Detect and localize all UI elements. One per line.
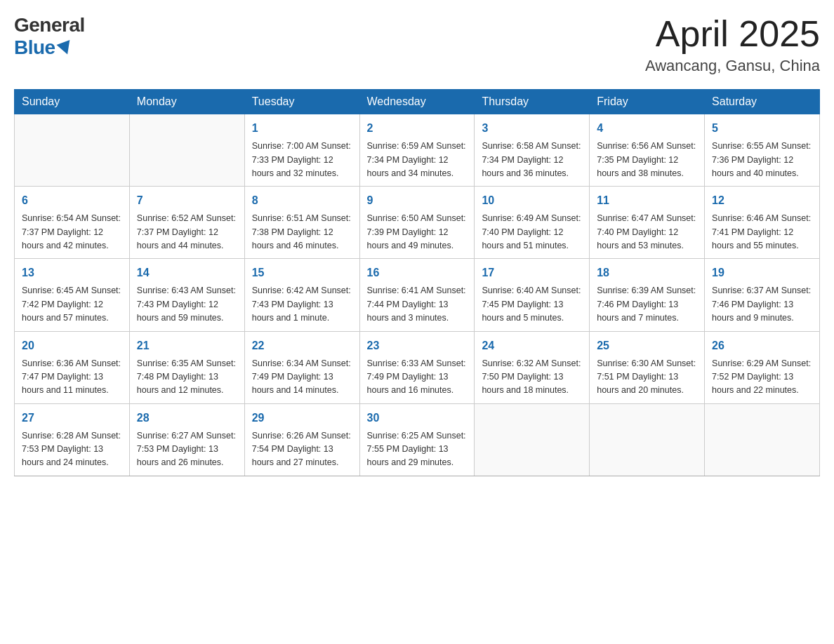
day-number: 30 xyxy=(367,410,468,427)
calendar-cell xyxy=(475,403,590,476)
calendar-cell xyxy=(705,403,820,476)
title-area: April 2025 Awancang, Gansu, China xyxy=(645,14,820,75)
day-number: 22 xyxy=(252,337,352,354)
day-number: 1 xyxy=(252,120,352,137)
day-info: Sunrise: 6:36 AM Sunset: 7:47 PM Dayligh… xyxy=(22,357,122,398)
calendar-cell: 3Sunrise: 6:58 AM Sunset: 7:34 PM Daylig… xyxy=(475,114,590,187)
calendar-cell: 17Sunrise: 6:40 AM Sunset: 7:45 PM Dayli… xyxy=(475,259,590,331)
calendar-cell xyxy=(129,114,244,187)
logo: General Blue xyxy=(14,14,85,59)
day-number: 5 xyxy=(712,120,812,137)
calendar-cell: 29Sunrise: 6:26 AM Sunset: 7:54 PM Dayli… xyxy=(244,403,359,476)
calendar-cell: 25Sunrise: 6:30 AM Sunset: 7:51 PM Dayli… xyxy=(590,331,705,403)
day-number: 29 xyxy=(252,410,352,427)
day-number: 25 xyxy=(597,337,697,354)
day-number: 20 xyxy=(22,337,122,354)
calendar-cell: 6Sunrise: 6:54 AM Sunset: 7:37 PM Daylig… xyxy=(15,187,130,259)
calendar-cell: 9Sunrise: 6:50 AM Sunset: 7:39 PM Daylig… xyxy=(359,187,475,259)
day-info: Sunrise: 6:40 AM Sunset: 7:45 PM Dayligh… xyxy=(482,284,582,325)
month-title: April 2025 xyxy=(645,14,820,54)
calendar-cell: 21Sunrise: 6:35 AM Sunset: 7:48 PM Dayli… xyxy=(129,331,244,403)
calendar-cell: 24Sunrise: 6:32 AM Sunset: 7:50 PM Dayli… xyxy=(475,331,590,403)
column-header-sunday: Sunday xyxy=(15,90,130,114)
calendar-cell: 30Sunrise: 6:25 AM Sunset: 7:55 PM Dayli… xyxy=(359,403,475,476)
day-info: Sunrise: 6:35 AM Sunset: 7:48 PM Dayligh… xyxy=(137,357,237,398)
calendar-cell: 20Sunrise: 6:36 AM Sunset: 7:47 PM Dayli… xyxy=(15,331,130,403)
day-number: 18 xyxy=(597,264,697,281)
day-info: Sunrise: 6:39 AM Sunset: 7:46 PM Dayligh… xyxy=(597,284,697,325)
day-info: Sunrise: 6:33 AM Sunset: 7:49 PM Dayligh… xyxy=(367,357,468,398)
column-header-tuesday: Tuesday xyxy=(244,90,359,114)
day-info: Sunrise: 6:26 AM Sunset: 7:54 PM Dayligh… xyxy=(252,429,352,470)
day-info: Sunrise: 6:32 AM Sunset: 7:50 PM Dayligh… xyxy=(482,357,582,398)
day-info: Sunrise: 6:30 AM Sunset: 7:51 PM Dayligh… xyxy=(597,357,697,398)
day-number: 8 xyxy=(252,192,352,209)
day-info: Sunrise: 6:51 AM Sunset: 7:38 PM Dayligh… xyxy=(252,212,352,253)
calendar-cell xyxy=(590,403,705,476)
column-header-saturday: Saturday xyxy=(705,90,820,114)
day-info: Sunrise: 6:37 AM Sunset: 7:46 PM Dayligh… xyxy=(712,284,812,325)
day-info: Sunrise: 6:55 AM Sunset: 7:36 PM Dayligh… xyxy=(712,140,812,180)
day-number: 4 xyxy=(597,120,697,137)
day-number: 6 xyxy=(22,192,122,209)
calendar-cell: 10Sunrise: 6:49 AM Sunset: 7:40 PM Dayli… xyxy=(475,187,590,259)
calendar-header-row: SundayMondayTuesdayWednesdayThursdayFrid… xyxy=(15,90,820,114)
day-number: 9 xyxy=(367,192,468,209)
day-info: Sunrise: 6:42 AM Sunset: 7:43 PM Dayligh… xyxy=(252,284,352,325)
day-number: 15 xyxy=(252,264,352,281)
day-number: 7 xyxy=(137,192,237,209)
calendar-cell: 19Sunrise: 6:37 AM Sunset: 7:46 PM Dayli… xyxy=(705,259,820,331)
day-number: 23 xyxy=(367,337,468,354)
calendar-cell: 14Sunrise: 6:43 AM Sunset: 7:43 PM Dayli… xyxy=(129,259,244,331)
day-info: Sunrise: 6:27 AM Sunset: 7:53 PM Dayligh… xyxy=(137,429,237,470)
day-info: Sunrise: 6:34 AM Sunset: 7:49 PM Dayligh… xyxy=(252,357,352,398)
day-number: 28 xyxy=(137,410,237,427)
calendar-cell: 11Sunrise: 6:47 AM Sunset: 7:40 PM Dayli… xyxy=(590,187,705,259)
day-info: Sunrise: 6:56 AM Sunset: 7:35 PM Dayligh… xyxy=(597,140,697,180)
column-header-monday: Monday xyxy=(129,90,244,114)
day-number: 3 xyxy=(482,120,582,137)
day-info: Sunrise: 6:59 AM Sunset: 7:34 PM Dayligh… xyxy=(367,140,468,180)
day-number: 10 xyxy=(482,192,582,209)
calendar-cell: 12Sunrise: 6:46 AM Sunset: 7:41 PM Dayli… xyxy=(705,187,820,259)
logo-triangle-icon xyxy=(56,40,74,57)
day-info: Sunrise: 6:50 AM Sunset: 7:39 PM Dayligh… xyxy=(367,212,468,253)
day-number: 21 xyxy=(137,337,237,354)
logo-general-text: General xyxy=(14,14,85,36)
day-number: 17 xyxy=(482,264,582,281)
day-number: 11 xyxy=(597,192,697,209)
day-info: Sunrise: 6:25 AM Sunset: 7:55 PM Dayligh… xyxy=(367,429,468,470)
calendar-cell: 1Sunrise: 7:00 AM Sunset: 7:33 PM Daylig… xyxy=(244,114,359,187)
calendar-cell: 15Sunrise: 6:42 AM Sunset: 7:43 PM Dayli… xyxy=(244,259,359,331)
calendar-week-row: 1Sunrise: 7:00 AM Sunset: 7:33 PM Daylig… xyxy=(15,114,820,187)
calendar-cell: 26Sunrise: 6:29 AM Sunset: 7:52 PM Dayli… xyxy=(705,331,820,403)
day-number: 19 xyxy=(712,264,812,281)
day-number: 24 xyxy=(482,337,582,354)
day-info: Sunrise: 6:29 AM Sunset: 7:52 PM Dayligh… xyxy=(712,357,812,398)
day-info: Sunrise: 6:28 AM Sunset: 7:53 PM Dayligh… xyxy=(22,429,122,470)
calendar-week-row: 13Sunrise: 6:45 AM Sunset: 7:42 PM Dayli… xyxy=(15,259,820,331)
day-info: Sunrise: 6:52 AM Sunset: 7:37 PM Dayligh… xyxy=(137,212,237,253)
day-info: Sunrise: 6:58 AM Sunset: 7:34 PM Dayligh… xyxy=(482,140,582,180)
day-number: 14 xyxy=(137,264,237,281)
day-number: 26 xyxy=(712,337,812,354)
day-info: Sunrise: 7:00 AM Sunset: 7:33 PM Dayligh… xyxy=(252,140,352,180)
calendar-table: SundayMondayTuesdayWednesdayThursdayFrid… xyxy=(14,89,820,476)
location-title: Awancang, Gansu, China xyxy=(645,57,820,75)
calendar-week-row: 6Sunrise: 6:54 AM Sunset: 7:37 PM Daylig… xyxy=(15,187,820,259)
logo-blue-text: Blue xyxy=(14,36,72,59)
day-info: Sunrise: 6:43 AM Sunset: 7:43 PM Dayligh… xyxy=(137,284,237,325)
calendar-cell: 23Sunrise: 6:33 AM Sunset: 7:49 PM Dayli… xyxy=(359,331,475,403)
day-info: Sunrise: 6:54 AM Sunset: 7:37 PM Dayligh… xyxy=(22,212,122,253)
column-header-friday: Friday xyxy=(590,90,705,114)
day-info: Sunrise: 6:46 AM Sunset: 7:41 PM Dayligh… xyxy=(712,212,812,253)
day-info: Sunrise: 6:41 AM Sunset: 7:44 PM Dayligh… xyxy=(367,284,468,325)
calendar-cell: 4Sunrise: 6:56 AM Sunset: 7:35 PM Daylig… xyxy=(590,114,705,187)
day-info: Sunrise: 6:47 AM Sunset: 7:40 PM Dayligh… xyxy=(597,212,697,253)
calendar-cell: 5Sunrise: 6:55 AM Sunset: 7:36 PM Daylig… xyxy=(705,114,820,187)
day-number: 16 xyxy=(367,264,468,281)
calendar-cell: 16Sunrise: 6:41 AM Sunset: 7:44 PM Dayli… xyxy=(359,259,475,331)
calendar-cell: 18Sunrise: 6:39 AM Sunset: 7:46 PM Dayli… xyxy=(590,259,705,331)
calendar-cell: 2Sunrise: 6:59 AM Sunset: 7:34 PM Daylig… xyxy=(359,114,475,187)
calendar-cell xyxy=(15,114,130,187)
